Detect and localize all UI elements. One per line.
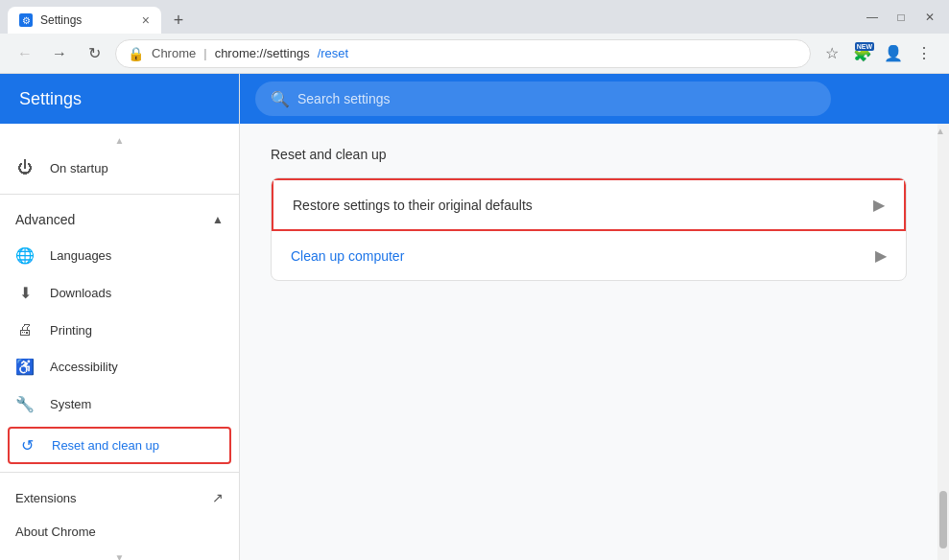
active-tab[interactable]: Settings × (8, 7, 161, 34)
search-icon: 🔍 (271, 90, 290, 108)
menu-button[interactable]: ⋮ (911, 40, 937, 67)
advanced-label: Advanced (15, 212, 75, 227)
sidebar-item-system[interactable]: 🔧 System (0, 385, 239, 423)
languages-icon: 🌐 (15, 246, 35, 265)
accessibility-icon: ♿ (15, 358, 35, 376)
sidebar-divider-1 (0, 194, 239, 195)
url-reset: /reset (318, 46, 349, 60)
window-controls: — □ ✕ (861, 6, 941, 29)
new-tab-button[interactable]: + (165, 7, 192, 34)
forward-button[interactable]: → (46, 40, 73, 67)
tab-favicon (19, 13, 33, 27)
downloads-label: Downloads (50, 286, 111, 300)
system-label: System (50, 397, 91, 411)
sidebar-item-printing[interactable]: 🖨 Printing (0, 312, 239, 348)
printing-label: Printing (50, 323, 92, 338)
accessibility-label: Accessibility (50, 360, 118, 374)
sidebar-divider-2 (0, 472, 239, 473)
on-startup-label: On startup (50, 161, 108, 175)
sidebar: Settings ▲ ⏻ On startup Advanced ▲ 🌐 Lan… (0, 74, 240, 560)
url-bar[interactable]: 🔒 Chrome | chrome://settings /reset (115, 39, 811, 68)
sidebar-item-on-startup[interactable]: ⏻ On startup (0, 150, 239, 186)
sidebar-item-about[interactable]: About Chrome (0, 515, 239, 548)
system-icon: 🔧 (15, 395, 35, 413)
sidebar-item-reset[interactable]: ↺ Reset and clean up (8, 427, 231, 464)
addressbar: ← → ↻ 🔒 Chrome | chrome://settings /rese… (0, 34, 949, 74)
search-bar[interactable]: 🔍 Search settings (255, 82, 831, 116)
reset-icon: ↺ (17, 436, 36, 455)
maximize-button[interactable]: □ (890, 6, 913, 29)
content-section-title: Reset and clean up (271, 147, 907, 162)
languages-label: Languages (50, 248, 111, 263)
toolbar-icons: ☆ 🧩 NEW 👤 ⋮ (819, 40, 937, 67)
restore-settings-chevron: ▶ (873, 196, 885, 214)
content-wrapper: 🔍 Search settings ▲ Reset and clean up R… (240, 74, 949, 560)
restore-settings-label: Restore settings to their original defau… (293, 198, 873, 213)
url-separator: | (203, 46, 206, 60)
tab-title: Settings (40, 13, 82, 27)
back-button[interactable]: ← (12, 40, 38, 67)
about-label: About Chrome (15, 525, 96, 539)
sidebar-item-accessibility[interactable]: ♿ Accessibility (0, 348, 239, 385)
search-bar-container: 🔍 Search settings (240, 74, 949, 124)
content-scroll-area: ▲ Reset and clean up Restore settings to… (240, 124, 949, 560)
close-window-button[interactable]: ✕ (918, 6, 941, 29)
bookmark-button[interactable]: ☆ (819, 40, 845, 67)
extensions-new-button[interactable]: 🧩 NEW (849, 40, 876, 67)
right-scrollbar[interactable] (937, 124, 949, 560)
restore-settings-row[interactable]: Restore settings to their original defau… (272, 178, 906, 231)
downloads-icon: ⬇ (15, 284, 35, 302)
url-path: chrome://settings (215, 46, 310, 60)
clean-up-label: Clean up computer (291, 248, 875, 264)
tab-close-button[interactable]: × (142, 12, 150, 28)
extensions-label: Extensions (15, 491, 77, 505)
clean-up-row[interactable]: Clean up computer ▶ (272, 231, 906, 280)
main-layout: Settings ▲ ⏻ On startup Advanced ▲ 🌐 Lan… (0, 74, 949, 560)
sidebar-item-downloads[interactable]: ⬇ Downloads (0, 274, 239, 312)
sidebar-item-languages[interactable]: 🌐 Languages (0, 237, 239, 274)
settings-title: Settings (19, 89, 82, 109)
minimize-button[interactable]: — (861, 6, 884, 29)
clean-up-chevron: ▶ (875, 246, 887, 265)
lock-icon: 🔒 (128, 46, 144, 61)
scrollbar-thumb (939, 491, 947, 548)
sidebar-scroll: ▲ ⏻ On startup Advanced ▲ 🌐 Languages ⬇ … (0, 124, 239, 560)
refresh-button[interactable]: ↻ (81, 40, 107, 67)
reset-label: Reset and clean up (52, 438, 159, 453)
search-placeholder: Search settings (297, 91, 391, 106)
sidebar-section-advanced[interactable]: Advanced ▲ (0, 202, 239, 237)
advanced-chevron: ▲ (212, 213, 224, 226)
printing-icon: 🖨 (15, 321, 35, 338)
url-chrome: Chrome (152, 46, 196, 60)
sidebar-item-extensions[interactable]: Extensions ↗ (0, 480, 239, 515)
tab-bar: Settings × + (8, 0, 853, 34)
titlebar: Settings × + — □ ✕ (0, 0, 949, 34)
startup-icon: ⏻ (15, 159, 35, 176)
settings-card: Restore settings to their original defau… (271, 177, 907, 281)
profile-button[interactable]: 👤 (880, 40, 907, 67)
sidebar-header: Settings (0, 74, 239, 124)
external-link-icon: ↗ (212, 490, 224, 505)
main-content: Reset and clean up Restore settings to t… (240, 124, 937, 560)
